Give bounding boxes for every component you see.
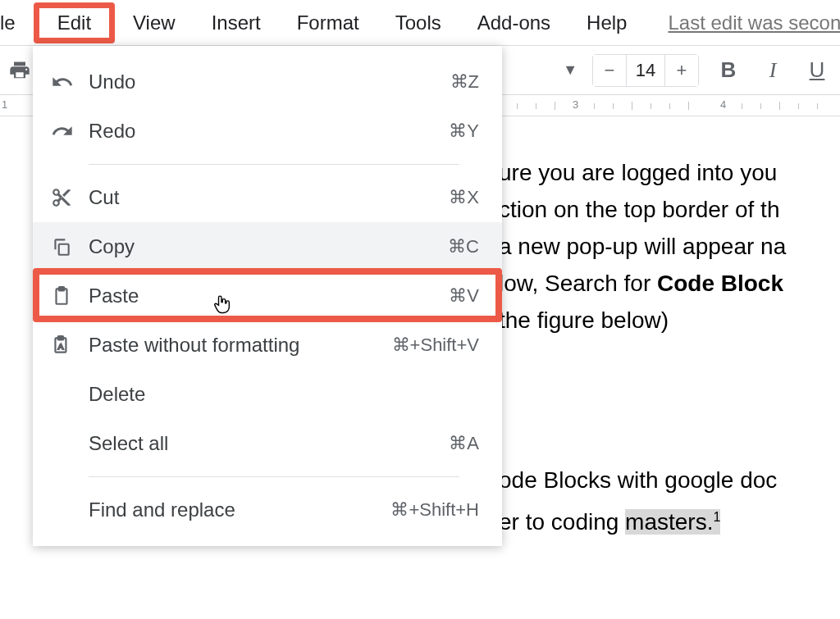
menu-item-shortcut: ⌘+Shift+V (392, 335, 479, 356)
menu-item-shortcut: ⌘Y (449, 121, 479, 142)
menu-view[interactable]: View (115, 3, 194, 43)
paste-icon (51, 285, 89, 307)
paste-nofmt-icon: A (51, 335, 89, 356)
menu-format[interactable]: Format (279, 3, 377, 43)
menu-item-label: Paste without formatting (89, 334, 392, 357)
undo-icon (51, 71, 89, 93)
doc-bold-text: Code Block (657, 271, 783, 296)
svg-rect-0 (59, 244, 69, 255)
menu-item-shortcut: ⌘C (448, 236, 479, 257)
font-size-stepper: − 14 + (592, 54, 699, 87)
svg-rect-2 (59, 287, 65, 290)
menu-item-label: Delete (89, 383, 479, 406)
menu-edit[interactable]: Edit (34, 2, 115, 43)
bold-button[interactable]: B (714, 57, 743, 83)
menu-item-delete[interactable]: Delete (33, 370, 502, 419)
doc-line: ction on the top border of th (499, 197, 779, 222)
menu-item-paste[interactable]: Paste ⌘V (33, 271, 502, 321)
document-text[interactable]: ure you are logged into you ction on the… (499, 154, 840, 552)
font-dropdown-arrow-icon[interactable]: ▼ (563, 61, 578, 79)
menu-file[interactable]: le (0, 3, 34, 43)
cut-icon (51, 187, 89, 208)
edit-dropdown-menu: Undo ⌘Z Redo ⌘Y Cut ⌘X Copy ⌘C Paste ⌘V … (33, 46, 502, 546)
ruler-num-4: 4 (720, 98, 726, 111)
ruler-num-1: 1 (2, 98, 7, 111)
menu-insert[interactable]: Insert (194, 3, 279, 43)
doc-line: ode Blocks with google doc (499, 467, 777, 493)
selected-text: masters.1 (625, 509, 720, 535)
menu-item-label: Paste (89, 284, 449, 307)
menu-item-label: Undo (89, 71, 450, 93)
svg-rect-4 (58, 336, 64, 339)
menu-addons[interactable]: Add-ons (459, 3, 568, 43)
menu-item-shortcut: ⌘Z (450, 71, 479, 93)
font-size-decrease-button[interactable]: − (593, 55, 626, 86)
last-edit-link[interactable]: Last edit was seconds ago (668, 11, 840, 34)
menu-item-find-and-replace[interactable]: Find and replace ⌘+Shift+H (33, 485, 502, 535)
font-size-increase-button[interactable]: + (665, 55, 698, 86)
menu-item-select-all[interactable]: Select all ⌘A (33, 419, 502, 468)
doc-line: ure you are logged into you (499, 160, 777, 185)
menu-item-shortcut: ⌘+Shift+H (390, 499, 479, 521)
italic-button[interactable]: I (758, 58, 788, 83)
menu-item-cut[interactable]: Cut ⌘X (33, 173, 502, 222)
font-size-value[interactable]: 14 (626, 55, 665, 86)
redo-icon (51, 120, 89, 143)
print-icon[interactable] (3, 54, 36, 87)
menu-item-shortcut: ⌘A (449, 433, 479, 454)
underline-button[interactable]: U (802, 57, 832, 83)
copy-icon (51, 236, 89, 257)
menu-item-label: Find and replace (89, 498, 390, 521)
menu-item-undo[interactable]: Undo ⌘Z (33, 57, 502, 107)
menu-item-shortcut: ⌘V (449, 285, 479, 307)
menu-item-label: Select all (89, 432, 449, 455)
menu-bar: le Edit View Insert Format Tools Add-ons… (0, 0, 840, 46)
svg-text:A: A (58, 342, 64, 351)
ruler-num-3: 3 (573, 98, 578, 111)
menu-item-paste-without-formatting[interactable]: A Paste without formatting ⌘+Shift+V (33, 321, 502, 370)
menu-item-shortcut: ⌘X (449, 187, 479, 208)
doc-line: a new pop-up will appear na (499, 234, 786, 259)
doc-line: low, Search for (499, 271, 657, 296)
menu-item-label: Copy (89, 235, 448, 258)
menu-item-label: Cut (89, 186, 449, 209)
menu-item-redo[interactable]: Redo ⌘Y (33, 107, 502, 156)
menu-help[interactable]: Help (568, 3, 645, 43)
menu-item-copy[interactable]: Copy ⌘C (33, 222, 502, 271)
doc-line: the figure below) (499, 307, 669, 333)
menu-item-label: Redo (89, 120, 449, 143)
doc-line: er to coding (499, 509, 625, 535)
menu-tools[interactable]: Tools (377, 3, 459, 43)
